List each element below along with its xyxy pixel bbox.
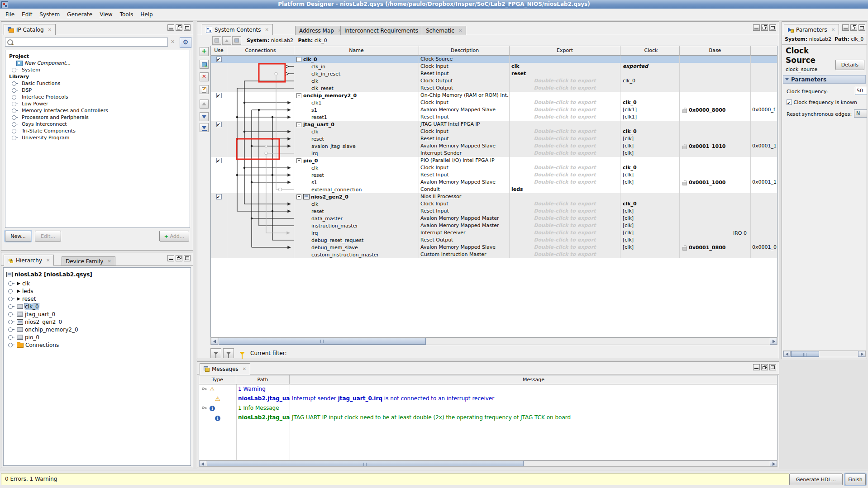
export-cell[interactable]: clk [510,63,620,70]
maximize-icon[interactable] [184,255,191,261]
connections-cell[interactable] [227,193,294,200]
connections-cell[interactable] [227,150,294,157]
close-icon[interactable] [107,259,111,264]
base-cell[interactable] [680,77,751,85]
export-cell[interactable]: Double-click to export [510,244,620,251]
edit-button[interactable] [200,85,209,94]
base-cell[interactable] [680,200,751,208]
tab-messages[interactable]: Messages [200,363,250,374]
float-icon[interactable] [761,24,768,31]
component-nav-button[interactable] [232,36,241,45]
base-cell[interactable]: 0x0000_8000 [680,106,751,114]
scroll-left-icon[interactable] [783,351,791,357]
table-row[interactable]: clk_in_resetReset Inputreset [211,70,777,77]
export-cell[interactable]: Double-click to export [510,114,620,121]
table-row[interactable]: avalon_jtag_slaveAvalon Memory Mapped Sl… [211,142,777,150]
table-row[interactable]: irqInterrupt ReceiverDouble-click to exp… [211,229,777,237]
close-icon[interactable] [458,28,462,33]
tree-item[interactable]: DSP [5,87,190,94]
tab-ip-catalog[interactable]: IP Catalog [4,24,56,35]
tab-address-map[interactable]: Address Map [295,26,346,35]
base-cell[interactable] [680,171,751,179]
connections-cell[interactable] [227,171,294,179]
base-cell[interactable]: 0x0001_1000 [680,179,751,186]
table-row[interactable]: onchip_memory2_0On-Chip Memory (RAM or R… [211,92,777,99]
export-cell[interactable]: Double-click to export [510,142,620,150]
use-checkbox[interactable] [216,93,222,98]
table-row[interactable]: instruction_masterAvalon Memory Mapped M… [211,222,777,229]
table-row[interactable]: s1Avalon Memory Mapped SlaveDouble-click… [211,106,777,114]
base-cell[interactable] [680,56,751,63]
close-icon[interactable] [46,258,50,263]
tree-item[interactable]: Processors and Peripherals [5,114,190,121]
base-cell[interactable] [680,150,751,157]
table-row[interactable]: pio_0PIO (Parallel I/O) Intel FPGA IP [211,157,777,164]
use-checkbox[interactable] [216,158,222,163]
table-row[interactable]: resetReset InputDouble-click to export[c… [211,208,777,215]
use-checkbox[interactable] [216,194,222,199]
connections-cell[interactable] [227,222,294,229]
expander-icon[interactable] [12,95,16,99]
connections-cell[interactable] [227,128,294,135]
expander-icon[interactable] [12,88,16,93]
connections-cell[interactable] [227,99,294,106]
table-row[interactable]: resetReset InputDouble-click to export[c… [211,171,777,179]
hierarchy-item-connections[interactable]: Connections [4,341,191,349]
hierarchy-item-jtag_uart_0[interactable]: jtag_uart_0 [4,310,191,318]
expander-icon[interactable] [8,320,13,324]
expander-icon[interactable] [12,81,16,86]
base-cell[interactable] [680,208,751,215]
move-top-hierarchy-button[interactable] [222,36,231,45]
column-header-name[interactable]: Name [294,46,419,56]
message-row[interactable]: i1 Info Message [199,403,777,413]
minimize-icon[interactable] [753,364,760,370]
tab-device-family[interactable]: Device Family [62,256,115,266]
base-cell[interactable] [680,121,751,128]
move-up-button[interactable] [200,99,209,109]
clock-frequency-input[interactable]: 50 [855,87,867,95]
expander-icon[interactable] [8,289,13,294]
collapse-icon[interactable] [296,158,301,163]
search-input[interactable] [5,38,168,47]
connections-cell[interactable] [227,244,294,251]
messages-scrollbar[interactable] [199,460,777,467]
export-cell[interactable]: Double-click to export [510,135,620,142]
expander-icon[interactable] [8,343,13,347]
table-row[interactable]: external_connectionConduitleds [211,186,777,193]
export-cell[interactable]: Double-click to export [510,237,620,244]
base-cell[interactable]: 0x0001_1010 [680,142,751,150]
column-header-export[interactable]: Export [510,46,620,56]
clear-search-icon[interactable] [171,39,175,45]
table-row[interactable]: clkClock InputDouble-click to exportclk_… [211,200,777,208]
new-button[interactable]: New... [5,231,31,242]
connections-cell[interactable] [227,106,294,114]
hierarchy-root[interactable]: niosLab2 [niosLab2.qsys] [4,270,191,278]
expander-icon[interactable] [8,312,13,317]
use-checkbox[interactable] [216,57,222,62]
expander-icon[interactable] [8,281,13,286]
close-icon[interactable] [243,366,246,371]
base-cell[interactable] [680,251,751,258]
connections-cell[interactable] [227,121,294,128]
scrollbar-thumb[interactable] [207,461,524,466]
parameters-section-header[interactable]: Parameters [783,75,866,84]
expander-icon[interactable] [12,129,16,133]
export-cell[interactable] [510,92,620,99]
generate-hdl-button[interactable]: Generate HDL... [789,474,843,485]
menu-system[interactable]: System [36,10,63,19]
maximize-icon[interactable] [769,364,776,370]
tab-parameters[interactable]: Parameters [784,24,839,35]
base-cell[interactable]: 0x0001_0800 [680,244,751,251]
table-row[interactable]: clk_0Clock Source [211,56,777,63]
export-cell[interactable] [510,193,620,200]
tab-hierarchy[interactable]: Hierarchy [4,255,54,266]
export-cell[interactable] [510,56,620,63]
tree-item[interactable]: System [5,66,190,73]
connections-cell[interactable] [227,85,294,92]
hierarchy-item-onchip_memory2_0[interactable]: onchip_memory2_0 [4,326,191,333]
connections-cell[interactable] [227,186,294,193]
add-ip-button[interactable] [200,60,209,69]
finish-button[interactable]: Finish [845,474,866,485]
collapse-icon[interactable] [296,194,301,199]
export-cell[interactable]: Double-click to export [510,99,620,106]
